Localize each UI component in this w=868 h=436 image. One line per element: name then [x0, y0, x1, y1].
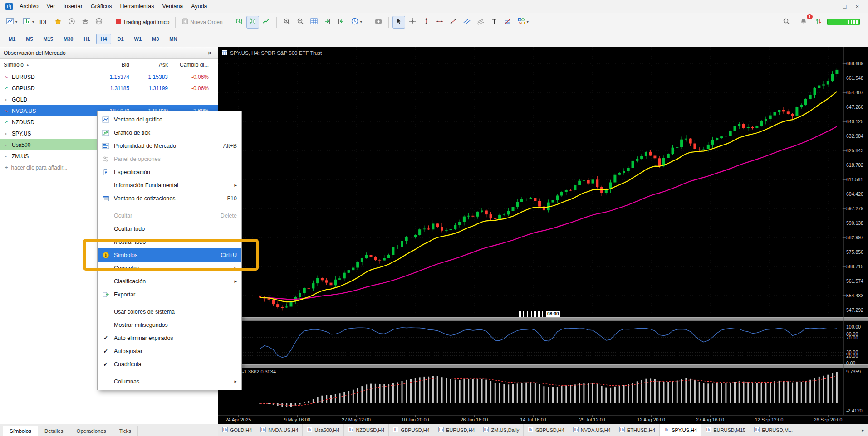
- context-menu-item-simbolos[interactable]: SímbolosCtrl+U: [98, 248, 241, 262]
- timeframe-m30[interactable]: M30: [59, 34, 77, 44]
- timeframe-d1[interactable]: D1: [113, 34, 128, 44]
- context-menu-item-ventana-de-cotizaciones[interactable]: Ventana de cotizacionesF10: [98, 192, 241, 205]
- toolbox-tab-operaciones[interactable]: Operaciones: [70, 426, 113, 436]
- objects-button[interactable]: ▾: [515, 16, 531, 29]
- vertical-line-tool-button[interactable]: [420, 16, 432, 29]
- chart-tab-eurusd-m[interactable]: EURUSD,M...: [750, 424, 797, 436]
- line-chart-button[interactable]: [260, 16, 273, 29]
- market-depth-button[interactable]: [308, 16, 320, 29]
- new-chart-button[interactable]: ▾: [20, 16, 36, 29]
- equidistant-tool-button[interactable]: [474, 16, 487, 29]
- context-menu-item-auto-eliminar-expirados[interactable]: ✓Auto eliminar expirados: [98, 331, 241, 344]
- timeframe-mn[interactable]: MN: [165, 34, 181, 44]
- context-menu-item-cuadricula[interactable]: ✓Cuadrícula: [98, 358, 241, 371]
- timeframe-h1[interactable]: H1: [79, 34, 94, 44]
- ide-button[interactable]: IDE: [37, 16, 51, 29]
- algo-trading-button[interactable]: Trading algorítmico: [113, 16, 172, 29]
- auto-scroll-button[interactable]: [321, 16, 334, 29]
- channel-tool-button[interactable]: [461, 16, 473, 29]
- market-watch-row-gold[interactable]: •GOLD: [0, 94, 218, 105]
- chart-tab-usa500-h4[interactable]: Usa500,H4: [303, 424, 344, 436]
- context-menu-item-columnas[interactable]: Columnas▸: [98, 375, 241, 388]
- signals-button[interactable]: [65, 16, 78, 29]
- new-order-button[interactable]: Nueva Orden: [179, 16, 225, 29]
- toolbox-tab-detalles[interactable]: Detalles: [38, 426, 70, 436]
- menu-ventana[interactable]: Ventana: [158, 0, 187, 13]
- context-menu-item-especificacion[interactable]: Especificación: [98, 165, 241, 179]
- timeframe-m3[interactable]: M3: [148, 34, 163, 44]
- context-menu-item-usar-colores-de-sistema[interactable]: Usar colores de sistema: [98, 305, 241, 318]
- screenshot-button[interactable]: [372, 16, 385, 29]
- menu-ayuda[interactable]: Ayuda: [187, 0, 211, 13]
- column-header-symbol[interactable]: Símbolo ▲: [0, 62, 86, 68]
- timeframe-m1[interactable]: M1: [5, 34, 20, 44]
- toolbox-tab-ticks[interactable]: Ticks: [113, 426, 138, 436]
- period-clock-button[interactable]: ▾: [348, 16, 364, 29]
- close-button[interactable]: ×: [855, 4, 859, 10]
- crosshair-tool-button[interactable]: [406, 16, 419, 29]
- tester-button[interactable]: [79, 16, 92, 29]
- notifications-button[interactable]: 1: [797, 16, 810, 29]
- chart-tabs-scroll-right[interactable]: ▸: [859, 425, 867, 436]
- menu-ver[interactable]: Ver: [43, 0, 59, 13]
- context-menu-item-ventana-del-grafico[interactable]: Ventana del gráfico: [98, 113, 241, 126]
- context-menu-item-mostrar-milisegundos[interactable]: Mostrar milisegundos: [98, 318, 241, 331]
- menu-archivo[interactable]: Archivo: [15, 0, 43, 13]
- menu-herramientas[interactable]: Herramientas: [116, 0, 158, 13]
- chart-canvas[interactable]: 668.689661.548654.407647.266640.125632.9…: [218, 47, 868, 424]
- bars-chart-button[interactable]: [233, 16, 245, 29]
- fibonacci-tool-button[interactable]: [501, 16, 514, 29]
- minimize-button[interactable]: –: [830, 4, 834, 10]
- chart-tab-zm-us-daily[interactable]: ZM.US,Daily: [479, 424, 524, 436]
- timeframe-w1[interactable]: W1: [130, 34, 146, 44]
- chart-tab-nzdusd-h4[interactable]: NZDUSD,H4: [344, 424, 389, 436]
- market-button[interactable]: [52, 16, 64, 29]
- context-menu-item-informacion-fundamental[interactable]: Información Fundamental▸: [98, 179, 241, 192]
- close-icon[interactable]: ×: [205, 49, 214, 57]
- column-header-ask[interactable]: Ask: [129, 62, 168, 68]
- chart-tab-nvda-us-h4[interactable]: NVDA.US,H4: [569, 424, 615, 436]
- chart-type-button[interactable]: ▾: [4, 16, 20, 29]
- chart-tab-ethusd-h4[interactable]: ETHUSD,H4: [615, 424, 660, 436]
- context-menu-item-mostrar-todo[interactable]: Mostrar todo: [98, 235, 241, 248]
- horizontal-line-tool-button[interactable]: [433, 16, 446, 29]
- context-menu-item-autoajustar[interactable]: ✓Autoajustar: [98, 344, 241, 358]
- chart-tab-gbpusd-h4[interactable]: GBPUSD,H4: [524, 424, 569, 436]
- community-button[interactable]: [93, 16, 105, 29]
- context-menu-item-profundidad-de-mercado[interactable]: Profundidad de MercadoAlt+B: [98, 139, 241, 152]
- candles-chart-icon: [249, 17, 257, 27]
- chart-panel[interactable]: 668.689661.548654.407647.266640.125632.9…: [218, 47, 868, 424]
- chart-tab-eurusd-h4[interactable]: EURUSD,H4: [434, 424, 480, 436]
- context-menu-item-ocultar-todo[interactable]: Ocultar todo: [98, 222, 241, 235]
- search-button[interactable]: [780, 16, 793, 29]
- context-menu-item-clasificacion[interactable]: Clasificación▸: [98, 275, 241, 288]
- market-watch-row-gbpusd[interactable]: ↗GBPUSD1.311851.31199-0.06%: [0, 82, 218, 94]
- timeframe-m15[interactable]: M15: [39, 34, 57, 44]
- menu-insertar[interactable]: Insertar: [59, 0, 86, 13]
- context-menu-item-exportar[interactable]: Exportar: [98, 288, 241, 301]
- column-header-bid[interactable]: Bid: [86, 62, 129, 68]
- chart-shift-button[interactable]: [335, 16, 348, 29]
- context-menu-item-conjuntos[interactable]: Conjuntos▸: [98, 262, 241, 275]
- candles-chart-button[interactable]: [246, 16, 259, 29]
- column-header-change[interactable]: Cambio di...: [168, 62, 213, 68]
- trendline-tool-button[interactable]: [447, 16, 460, 29]
- cursor-tool-button[interactable]: [392, 16, 405, 29]
- chart-tab-eurusd-m15[interactable]: EURUSD,M15: [701, 424, 750, 436]
- market-watch-row-eurusd[interactable]: ↘EURUSD1.153741.15383-0.06%: [0, 71, 218, 82]
- timeframe-h4[interactable]: H4: [96, 34, 111, 44]
- maximize-button[interactable]: □: [843, 4, 847, 10]
- text-tool-button[interactable]: [488, 16, 500, 29]
- zoom-out-button[interactable]: [294, 16, 307, 29]
- context-menu-item-grafico-de-tick[interactable]: Gráfico de tick: [98, 126, 241, 139]
- chart-tab-gold-h4[interactable]: GOLD,H4: [218, 424, 256, 436]
- zoom-in-button[interactable]: [280, 16, 293, 29]
- chart-tab-nvda-us-h4[interactable]: NVDA.US,H4: [256, 424, 303, 436]
- menu-graficos[interactable]: Gráficos: [87, 0, 116, 13]
- toolbox-tab-simbolos[interactable]: Símbolos: [3, 426, 38, 436]
- timeframe-m5[interactable]: M5: [22, 34, 37, 44]
- chart-tab-spy-us-h4[interactable]: SPY.US,H4: [660, 424, 701, 436]
- chart-tab-gbpusd-h4[interactable]: GBPUSD,H4: [389, 424, 434, 436]
- connection-status-indicator[interactable]: [827, 19, 860, 25]
- menu-shortcut: Alt+B: [223, 143, 237, 149]
